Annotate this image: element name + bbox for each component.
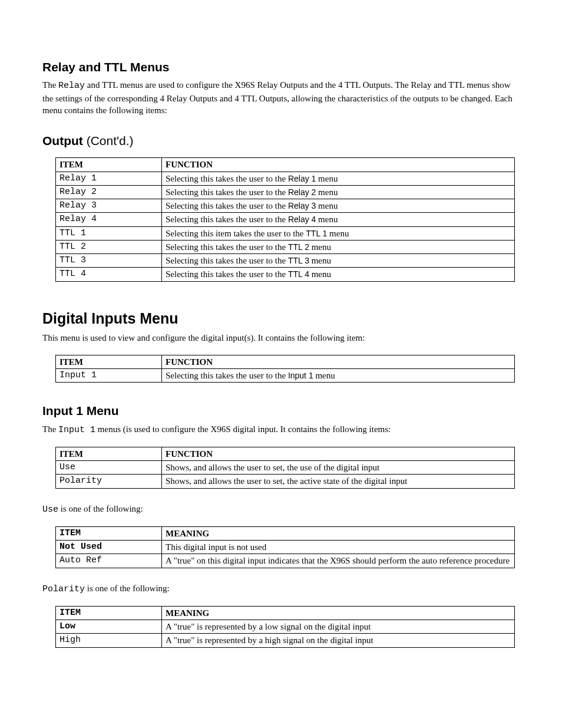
table-use: ITEM MEANING Not UsedThis digital input … [55,526,515,568]
text-mono: Relay [58,81,85,91]
cell-mean: A "true" is represented by a low signal … [162,620,515,634]
table-header-row: ITEM FUNCTION [56,355,515,368]
text: Selecting this takes the user to the [166,174,288,183]
cell-func: Shows, and allows the user to set, the u… [162,461,515,475]
cell-func: Selecting this takes the user to the Inp… [162,368,515,382]
text: menu [309,269,331,279]
cell-mean: A "true" is represented by a high signal… [162,634,515,647]
heading-output-contd: Output (Cont'd.) [42,133,520,149]
text: menu [313,371,335,380]
table-row: Not UsedThis digital input is not used [56,541,515,554]
text: Selecting this takes the user to the [166,256,288,265]
text-link: Relay 4 [288,215,316,224]
cell-item: Auto Ref [56,554,162,568]
text: menu [316,187,338,197]
para-relay-ttl: The Relay and TTL menus are used to conf… [42,79,520,116]
cell-item: TTL 1 [56,226,162,240]
table-header-row: ITEM FUNCTION [56,447,515,460]
table-digital-inputs: ITEM FUNCTION Input 1Selecting this take… [55,355,515,383]
cell-func: Selecting this takes the user to the Rel… [162,199,515,213]
text: Selecting this item takes the user to th… [166,229,306,238]
th-item: ITEM [56,447,162,460]
th-item: ITEM [56,526,162,540]
cell-item: TTL 2 [56,240,162,253]
text: The [42,80,58,90]
cell-func: Selecting this takes the user to the Rel… [162,213,515,226]
text: Selecting this takes the user to the [166,215,288,224]
text-link: Relay 2 [288,187,316,197]
th-item: ITEM [56,606,162,620]
cell-mean: A "true" on this digital input indicates… [162,554,515,568]
text: menu [316,215,338,224]
table-output: ITEM FUNCTION Relay 1Selecting this take… [55,157,515,281]
cell-item: High [56,634,162,647]
text-link: Input 1 [288,371,313,380]
cell-item: Relay 4 [56,213,162,226]
heading-digital-inputs: Digital Inputs Menu [42,309,520,329]
para-polarity-intro: Polarity is one of the following: [42,582,520,595]
para-digital-inputs: This menu is used to view and configure … [42,332,520,344]
th-meaning: MEANING [162,606,515,620]
text: Selecting this takes the user to the [166,371,288,380]
cell-item: Use [56,461,162,475]
text: menu [327,229,349,238]
cell-item: Low [56,620,162,634]
cell-func: Selecting this item takes the user to th… [162,226,515,240]
text-bold: Output [42,134,87,147]
text: The [42,424,58,434]
cell-func: Selecting this takes the user to the Rel… [162,185,515,199]
table-input1: ITEM FUNCTION UseShows, and allows the u… [55,447,515,489]
th-item: ITEM [56,158,162,172]
cell-func: Selecting this takes the user to the TTL… [162,240,515,253]
text: menu [309,256,331,265]
text: menus (is used to configure the X96S dig… [95,424,391,434]
cell-item: Relay 2 [56,185,162,199]
text: is one of the following: [85,584,170,593]
heading-input1: Input 1 Menu [42,403,520,419]
table-header-row: ITEM MEANING [56,526,515,540]
text-link: Relay 1 [288,174,316,183]
text-mono: Input 1 [58,425,95,435]
table-row: Relay 1Selecting this takes the user to … [56,172,515,185]
text-link: TTL 4 [288,269,309,279]
text: menu [316,201,338,210]
text: Selecting this takes the user to the [166,201,288,210]
th-item: ITEM [56,355,162,368]
cell-func: Shows, and allows the user to set, the a… [162,475,515,488]
th-function: FUNCTION [162,355,515,368]
text-link: TTL 3 [288,256,309,265]
table-row: TTL 2Selecting this takes the user to th… [56,240,515,253]
text-mono: Use [42,505,58,515]
cell-item: Relay 3 [56,199,162,213]
text-link: Relay 3 [288,201,316,210]
table-header-row: ITEM MEANING [56,606,515,620]
table-row: TTL 1Selecting this item takes the user … [56,226,515,240]
table-row: TTL 3Selecting this takes the user to th… [56,254,515,268]
text: is one of the following: [58,504,143,513]
cell-item: Not Used [56,541,162,554]
cell-func: Selecting this takes the user to the Rel… [162,172,515,185]
table-row: HighA "true" is represented by a high si… [56,634,515,647]
text: menu [309,242,331,252]
table-row: Relay 3Selecting this takes the user to … [56,199,515,213]
table-row: UseShows, and allows the user to set, th… [56,461,515,475]
table-row: Input 1Selecting this takes the user to … [56,368,515,382]
heading-relay-ttl: Relay and TTL Menus [42,59,520,75]
table-row: Relay 4Selecting this takes the user to … [56,213,515,226]
th-function: FUNCTION [162,158,515,172]
text: Selecting this takes the user to the [166,187,288,197]
th-meaning: MEANING [162,526,515,540]
cell-func: Selecting this takes the user to the TTL… [162,254,515,268]
para-input1: The Input 1 menus (is used to configure … [42,423,520,436]
text: Selecting this takes the user to the [166,269,288,279]
cell-item: TTL 3 [56,254,162,268]
th-function: FUNCTION [162,447,515,460]
cell-item: Relay 1 [56,172,162,185]
table-polarity: ITEM MEANING LowA "true" is represented … [55,606,515,648]
table-row: Relay 2Selecting this takes the user to … [56,185,515,199]
text: Selecting this takes the user to the [166,242,288,252]
table-row: TTL 4Selecting this takes the user to th… [56,268,515,281]
cell-item: TTL 4 [56,268,162,281]
cell-item: Input 1 [56,368,162,382]
table-header-row: ITEM FUNCTION [56,158,515,172]
